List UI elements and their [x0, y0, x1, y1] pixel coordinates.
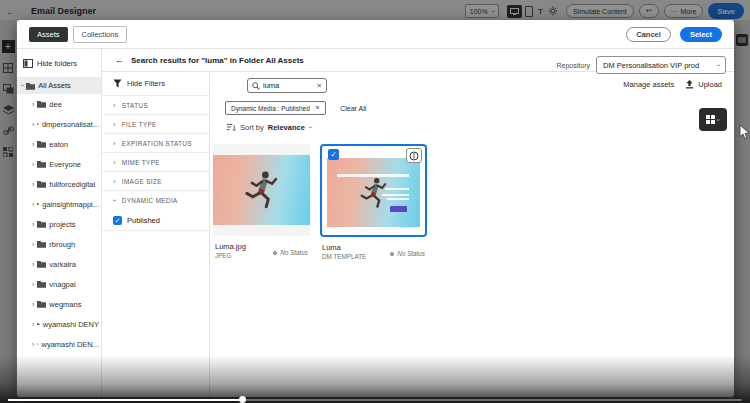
manage-assets-link[interactable]: Manage assets	[623, 80, 674, 89]
video-progress-played	[8, 399, 243, 401]
folder-item[interactable]: ›dmpersonalisat...	[17, 114, 101, 134]
info-button[interactable]	[406, 148, 422, 163]
filter-chip[interactable]: Dynamic Media : Published ✕	[225, 101, 326, 115]
view-toggle-button[interactable]: ›	[699, 108, 727, 131]
runner-image	[213, 155, 310, 225]
facet-mime-type[interactable]: ›MIME TYPE	[102, 153, 209, 172]
folder-item[interactable]: ›dee	[17, 94, 101, 114]
filters-panel: Hide Filters ›STATUS ›FILE TYPE ›EXPIRAT…	[102, 72, 210, 397]
asset-picker-dialog: Assets Collections Cancel Select Hide fo…	[17, 20, 734, 397]
folder-item[interactable]: ›wegmans	[17, 294, 101, 314]
chevron-right-icon: ›	[32, 341, 34, 348]
hide-folders-icon	[23, 59, 33, 68]
grid-view-icon	[706, 115, 715, 124]
folder-item[interactable]: ›rbrough	[17, 234, 101, 254]
runner-figure	[357, 174, 391, 212]
folder-item[interactable]: ›projects	[17, 214, 101, 234]
results-title: Search results for "luma" in Folder All …	[131, 56, 304, 65]
cancel-button[interactable]: Cancel	[626, 27, 671, 42]
asset-type: JPEG	[215, 252, 246, 259]
facet-status[interactable]: ›STATUS	[102, 96, 209, 115]
back-icon[interactable]: ←	[115, 55, 124, 65]
folder-item[interactable]: ›eaton	[17, 134, 101, 154]
selected-checkbox[interactable]: ✓	[328, 149, 339, 160]
template-banner-image	[327, 158, 420, 227]
filter-funnel-icon	[113, 79, 122, 88]
folder-icon	[37, 340, 38, 348]
folder-icon	[37, 140, 46, 148]
clear-all-link[interactable]: Clear All	[340, 105, 366, 112]
folder-item[interactable]: ›wyamashi DEN...	[17, 334, 101, 354]
hide-folders-button[interactable]: Hide folders	[17, 54, 101, 77]
chevron-right-icon: ›	[113, 159, 116, 166]
video-progress-thumb[interactable]	[239, 396, 246, 403]
status-dot-icon	[390, 252, 394, 256]
status-badge: No Status	[273, 242, 308, 256]
folder-icon	[37, 280, 46, 288]
banner-headline-text	[337, 174, 409, 177]
facet-image-size[interactable]: ›IMAGE SIZE	[102, 172, 209, 191]
search-input[interactable]	[263, 81, 314, 90]
asset-thumbnail: ✓	[320, 144, 427, 237]
facet-dynamic-media[interactable]: ›DYNAMIC MEDIA	[102, 191, 209, 210]
asset-thumbnail	[213, 144, 310, 236]
clear-search-icon[interactable]: ✕	[317, 82, 322, 90]
search-icon	[252, 82, 260, 90]
folder-item[interactable]: ›vnagpal	[17, 274, 101, 294]
chevron-right-icon: ›	[113, 121, 116, 128]
chevron-right-icon: ›	[32, 121, 34, 128]
hide-filters-button[interactable]: Hide Filters	[102, 72, 209, 96]
chevron-right-icon: ›	[32, 281, 34, 288]
status-badge: No Status	[390, 243, 425, 257]
asset-card-selected[interactable]: ✓	[320, 144, 427, 260]
published-checkbox[interactable]: ✓	[113, 216, 122, 225]
folder-panel: Hide folders › All Assets ›dee ›dmperson…	[17, 49, 102, 397]
folder-icon	[26, 82, 35, 90]
folder-icon	[37, 300, 46, 308]
asset-card[interactable]: Luma.jpg JPEG No Status	[213, 144, 310, 259]
chevron-right-icon: ›	[113, 102, 116, 109]
folder-icon	[37, 100, 46, 108]
asset-type: DM TEMPLATE	[322, 253, 366, 260]
folder-item[interactable]: ›fullforcedigital	[17, 174, 101, 194]
folder-item[interactable]: ›wyamashi DENY	[17, 314, 101, 334]
chevron-down-icon[interactable]: ›	[307, 126, 314, 128]
folder-icon	[37, 180, 46, 188]
chevron-right-icon: ›	[32, 261, 34, 268]
facet-expiration-status[interactable]: ›EXPIRATION STATUS	[102, 134, 209, 153]
repository-control: Repository DM Personalisation VIP prod ›	[557, 56, 726, 74]
chevron-down-icon: ›	[714, 64, 721, 66]
dialog-header: Assets Collections Cancel Select	[17, 20, 734, 49]
banner-cta-button	[390, 206, 407, 212]
chevron-right-icon: ›	[32, 201, 34, 208]
published-filter-row: ✓ Published	[102, 210, 209, 231]
folder-icon	[37, 160, 46, 168]
tab-collections[interactable]: Collections	[73, 26, 128, 43]
chevron-right-icon: ›	[32, 221, 34, 228]
sort-value[interactable]: Relevance	[268, 123, 305, 132]
asset-name: Luma.jpg	[215, 242, 246, 251]
chevron-right-icon: ›	[32, 301, 34, 308]
select-button[interactable]: Select	[680, 27, 722, 42]
repository-select[interactable]: DM Personalisation VIP prod ›	[596, 56, 726, 74]
chevron-right-icon: ›	[113, 178, 116, 185]
tab-assets[interactable]: Assets	[29, 27, 68, 42]
info-icon	[409, 151, 419, 161]
folder-icon	[37, 240, 46, 248]
folder-item[interactable]: ›varkalra	[17, 254, 101, 274]
folder-item[interactable]: ›Everyone	[17, 154, 101, 174]
folder-root-all-assets[interactable]: › All Assets	[17, 77, 101, 94]
chevron-right-icon: ›	[32, 321, 34, 328]
banner-text-line	[382, 194, 409, 196]
banner-text-line	[385, 188, 409, 190]
upload-button[interactable]: Upload	[685, 80, 722, 89]
remove-chip-icon[interactable]: ✕	[315, 104, 320, 112]
facet-file-type[interactable]: ›FILE TYPE	[102, 115, 209, 134]
status-dot-icon	[273, 251, 277, 255]
chevron-right-icon: ›	[113, 140, 116, 147]
sort-icon	[227, 123, 236, 132]
folder-item[interactable]: ›gainsightmappi...	[17, 194, 101, 214]
folder-icon	[37, 220, 46, 228]
screen: ← Email Designer 100% › T Simulate Conte…	[0, 0, 750, 403]
chevron-right-icon: ›	[32, 161, 34, 168]
